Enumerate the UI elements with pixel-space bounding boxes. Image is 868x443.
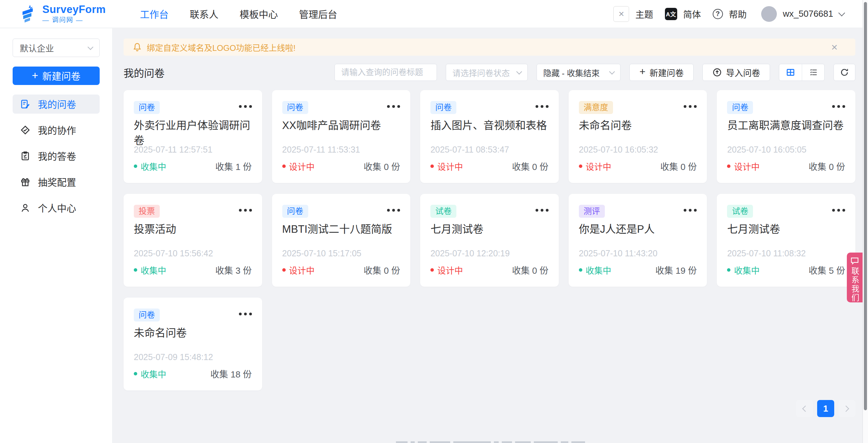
card-more-menu[interactable] [684, 105, 697, 108]
survey-title: 未命名问卷 [579, 118, 697, 133]
status-label: 设计中 [289, 160, 315, 172]
status-dot [282, 165, 286, 168]
sidebar-item-my-collaboration[interactable]: 我的协作 [13, 120, 100, 140]
toolbar: 我的问卷 请选择问卷状态 隐藏 - 收集结束 + 新建问卷 导入问卷 [124, 63, 855, 81]
language-icon[interactable]: A文 [665, 8, 677, 20]
app-header: SurveyForm — 调问网 — 工作台 联系人 模板中心 管理后台 × 主… [0, 0, 868, 28]
chevron-down-icon [88, 44, 94, 50]
survey-status: 设计中 [430, 160, 463, 172]
help-icon[interactable]: ? [713, 9, 723, 19]
language-label[interactable]: 简体 [683, 8, 701, 20]
card-more-menu[interactable] [239, 209, 252, 212]
import-survey-button[interactable]: 导入问卷 [702, 64, 770, 81]
survey-status: 设计中 [430, 264, 463, 276]
sidebar-item-profile[interactable]: 个人中心 [13, 198, 100, 217]
card-more-menu[interactable] [832, 105, 845, 108]
new-survey-button[interactable]: + 新建问卷 [13, 67, 100, 85]
response-count: 收集 18 份 [210, 367, 252, 380]
card-more-menu[interactable] [387, 209, 400, 212]
page-scrollbar[interactable] [863, 0, 868, 443]
survey-card[interactable]: 测评 你是J人还是P人 2025-07-10 11:43:20 收集中 收集 1… [569, 194, 707, 287]
nav-item[interactable]: 模板中心 [240, 7, 278, 21]
search-input[interactable] [335, 64, 437, 81]
chevron-down-icon[interactable] [838, 10, 845, 16]
card-footer: 设计中 收集 0 份 [430, 160, 549, 172]
survey-status: 设计中 [579, 160, 611, 172]
card-footer: 设计中 收集 0 份 [727, 160, 845, 172]
banner-text: 绑定自定义域名及LOGO功能已经上线啦! [147, 41, 296, 53]
card-footer: 设计中 收集 0 份 [579, 160, 697, 172]
contact-us-widget[interactable]: 联系我们 [847, 253, 863, 302]
scrollbar-thumb[interactable] [864, 2, 867, 410]
status-filter-select[interactable]: 请选择问卷状态 [446, 64, 528, 81]
view-toggle [779, 64, 825, 81]
survey-type-tag: 问卷 [282, 101, 308, 114]
nav-item[interactable]: 联系人 [190, 7, 218, 21]
banner-close-icon[interactable]: × [831, 42, 838, 53]
survey-card[interactable]: 满意度 未命名问卷 2025-07-10 16:05:32 设计中 收集 0 份 [569, 90, 707, 183]
next-page-button[interactable] [838, 400, 855, 417]
status-dot [134, 268, 137, 272]
survey-card[interactable]: 试卷 七月测试卷 2025-07-10 12:20:19 设计中 收集 0 份 [420, 194, 559, 287]
nav-item[interactable]: 工作台 [140, 7, 169, 21]
grid-view-icon[interactable] [779, 64, 802, 81]
survey-status: 设计中 [727, 160, 759, 172]
page-number-current[interactable]: 1 [817, 400, 834, 417]
status-label: 设计中 [734, 160, 759, 172]
username[interactable]: wx_5076681 [783, 9, 833, 19]
card-more-menu[interactable] [239, 313, 252, 315]
sidebar-item-my-surveys[interactable]: 我的问卷 [13, 95, 100, 114]
card-more-menu[interactable] [536, 209, 549, 212]
main-nav: 工作台 联系人 模板中心 管理后台 [140, 7, 337, 21]
chevron-down-icon [609, 69, 615, 74]
survey-created-date: 2025-07-10 15:56:42 [134, 248, 213, 258]
card-more-menu[interactable] [684, 209, 697, 212]
survey-card[interactable]: 试卷 七月测试卷 2025-07-10 11:08:32 收集中 收集 5 份 [717, 194, 855, 287]
new-survey-label: 新建问卷 [42, 69, 81, 83]
brand-name: SurveyForm [42, 4, 106, 15]
response-count: 收集 19 份 [655, 263, 697, 276]
help-label[interactable]: 帮助 [729, 8, 747, 20]
nav-item[interactable]: 管理后台 [299, 7, 337, 21]
company-select[interactable]: 默认企业 [13, 39, 100, 57]
survey-card[interactable]: 问卷 XX咖啡产品调研问卷 2025-07-11 11:53:31 设计中 收集… [272, 90, 411, 183]
status-label: 设计中 [289, 264, 315, 276]
survey-card[interactable]: 问卷 MBTI测试二十八题简版 2025-07-10 15:17:05 设计中 … [272, 194, 411, 287]
survey-card[interactable]: 问卷 插入图片、音视频和表格 2025-07-11 08:53:47 设计中 收… [420, 90, 559, 183]
survey-card[interactable]: 问卷 员工离职满意度调查问卷 2025-07-10 16:05:05 设计中 收… [717, 90, 855, 183]
survey-title: MBTI测试二十八题简版 [282, 222, 400, 237]
card-more-menu[interactable] [832, 209, 845, 212]
survey-card[interactable]: 问卷 外卖行业用户体验调研问卷 2025-07-11 12:57:51 收集中 … [124, 90, 262, 183]
theme-label[interactable]: 主题 [635, 8, 653, 20]
survey-card[interactable]: 投票 投票活动 2025-07-10 15:56:42 收集中 收集 3 份 [124, 194, 262, 287]
card-footer: 收集中 收集 1 份 [134, 160, 252, 172]
toolbar-controls: 请选择问卷状态 隐藏 - 收集结束 + 新建问卷 导入问卷 [335, 64, 855, 81]
previous-page-button[interactable] [796, 400, 813, 417]
response-count: 收集 0 份 [364, 263, 400, 276]
survey-card[interactable]: 问卷 未命名问卷 2025-07-09 15:48:12 收集中 收集 18 份 [124, 298, 262, 390]
list-view-icon[interactable] [802, 64, 824, 81]
visibility-filter-select[interactable]: 隐藏 - 收集结束 [537, 64, 621, 81]
survey-title: 投票活动 [134, 222, 252, 237]
new-survey-toolbar-button[interactable]: + 新建问卷 [629, 64, 694, 81]
survey-title: XX咖啡产品调研问卷 [282, 118, 400, 133]
card-more-menu[interactable] [536, 105, 549, 108]
logo[interactable]: SurveyForm — 调问网 — [0, 3, 106, 25]
survey-created-date: 2025-07-11 08:53:47 [430, 145, 509, 155]
status-label: 收集中 [586, 264, 611, 276]
survey-created-date: 2025-07-10 11:08:32 [727, 248, 806, 258]
status-dot [430, 165, 434, 168]
card-more-menu[interactable] [239, 105, 252, 108]
sidebar-item-label: 抽奖配置 [38, 175, 76, 189]
theme-icon[interactable]: × [613, 6, 629, 22]
response-count: 收集 0 份 [660, 160, 697, 172]
refresh-button[interactable] [834, 64, 855, 81]
status-dot [134, 165, 137, 168]
logo-text: SurveyForm — 调问网 — [42, 4, 106, 23]
sidebar-item-lottery-config[interactable]: 抽奖配置 [13, 172, 100, 191]
survey-created-date: 2025-07-09 15:48:12 [134, 352, 213, 362]
pagination: 1 [796, 400, 855, 417]
card-more-menu[interactable] [387, 105, 400, 108]
avatar[interactable] [761, 6, 777, 22]
sidebar-item-my-answers[interactable]: 我的答卷 [13, 146, 100, 166]
